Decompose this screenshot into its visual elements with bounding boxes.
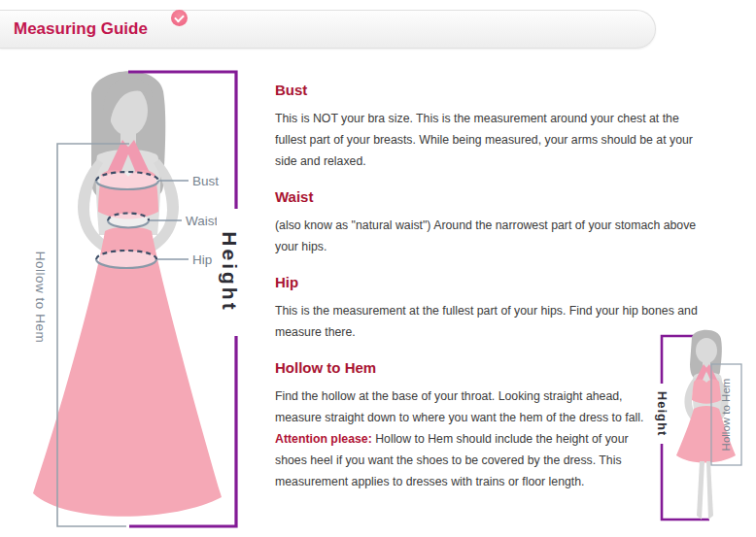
woman-figure bbox=[33, 71, 222, 517]
waist-label: Waist bbox=[186, 214, 218, 228]
bust-heading: Bust bbox=[275, 82, 700, 98]
hollow-to-hem-heading: Hollow to Hem bbox=[275, 359, 700, 376]
attention-please-label: Attention please: bbox=[275, 432, 372, 446]
waist-description: (also know as "natural waist") Around th… bbox=[275, 215, 700, 257]
small-dress-diagram: Height Hollow to Hem bbox=[641, 325, 756, 537]
main-dress-figure-svg: Bust Waist Hip Hollow to Hem Height bbox=[19, 58, 253, 529]
small-left-leg bbox=[697, 461, 704, 520]
measuring-guide-page: Measuring Guide bbox=[0, 0, 756, 537]
bust-section: Bust This is NOT your bra size. This is … bbox=[275, 82, 700, 172]
small-dress-figure-svg: Height Hollow to Hem bbox=[641, 325, 756, 537]
small-face bbox=[696, 338, 717, 363]
small-hollow-to-hem-vertical-label: Hollow to Hem bbox=[720, 379, 732, 452]
waist-heading: Waist bbox=[275, 188, 700, 205]
measuring-instructions: Bust This is NOT your bra size. This is … bbox=[275, 82, 700, 509]
small-height-vertical-label: Height bbox=[655, 391, 670, 436]
header-bar: Measuring Guide bbox=[0, 10, 656, 49]
hip-section: Hip This is the measurement at the fulle… bbox=[275, 274, 700, 343]
skirt bbox=[33, 227, 222, 517]
height-vertical-label: Height bbox=[219, 231, 241, 312]
hollow-description-intro: Find the hollow at the base of your thro… bbox=[275, 389, 643, 424]
collapse-toggle-button[interactable] bbox=[171, 10, 188, 26]
hollow-to-hem-section: Hollow to Hem Find the hollow at the bas… bbox=[275, 359, 700, 492]
bust-label: Bust bbox=[192, 174, 219, 188]
main-dress-diagram: Bust Waist Hip Hollow to Hem Height bbox=[19, 58, 253, 533]
small-bodice bbox=[692, 379, 721, 403]
bust-description: This is NOT your bra size. This is the m… bbox=[275, 108, 700, 172]
waist-section: Waist (also know as "natural waist") Aro… bbox=[275, 188, 700, 257]
hip-heading: Hip bbox=[275, 274, 700, 290]
hollow-to-hem-vertical-label: Hollow to Hem bbox=[33, 252, 48, 343]
chevron-down-icon bbox=[174, 12, 185, 22]
small-right-leg bbox=[706, 461, 713, 520]
hip-label: Hip bbox=[192, 252, 212, 267]
hip-description: This is the measurement at the fullest p… bbox=[275, 300, 700, 343]
page-title: Measuring Guide bbox=[14, 19, 148, 39]
hollow-to-hem-description: Find the hollow at the base of your thro… bbox=[275, 386, 657, 492]
